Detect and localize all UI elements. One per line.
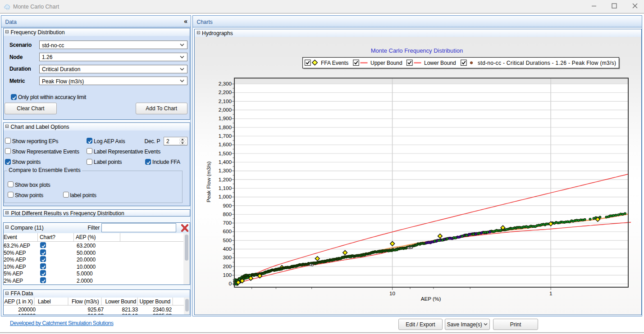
svg-text:1,900: 1,900 bbox=[219, 115, 232, 121]
svg-text:200: 200 bbox=[223, 263, 232, 269]
svg-text:1,100: 1,100 bbox=[219, 185, 232, 191]
svg-text:Upper Bound: Upper Bound bbox=[370, 60, 402, 66]
svg-text:500: 500 bbox=[223, 237, 232, 243]
svg-text:0: 0 bbox=[228, 280, 232, 286]
svg-text:2,000: 2,000 bbox=[219, 107, 232, 113]
svg-text:Lower Bound: Lower Bound bbox=[424, 60, 456, 66]
svg-text:1,400: 1,400 bbox=[219, 159, 232, 165]
svg-text:600: 600 bbox=[223, 228, 232, 234]
svg-text:400: 400 bbox=[223, 246, 232, 252]
svg-text:1,000: 1,000 bbox=[219, 194, 232, 199]
svg-text:10: 10 bbox=[389, 290, 396, 296]
svg-text:1: 1 bbox=[549, 290, 553, 296]
svg-text:2,100: 2,100 bbox=[219, 98, 232, 104]
svg-text:1,300: 1,300 bbox=[219, 167, 232, 173]
svg-text:Peak Flow (m3/s): Peak Flow (m3/s) bbox=[206, 161, 211, 202]
svg-text:Monte Carlo Frequency Distribu: Monte Carlo Frequency Distribution bbox=[371, 47, 463, 54]
svg-text:100: 100 bbox=[223, 272, 232, 278]
svg-text:700: 700 bbox=[223, 220, 232, 226]
svg-text:300: 300 bbox=[223, 254, 232, 260]
svg-text:1,800: 1,800 bbox=[219, 124, 232, 130]
svg-text:900: 900 bbox=[223, 203, 232, 208]
svg-text:1,200: 1,200 bbox=[219, 176, 232, 182]
svg-text:800: 800 bbox=[223, 211, 232, 217]
svg-text:AEP (%): AEP (%) bbox=[421, 296, 441, 302]
svg-text:2,300: 2,300 bbox=[219, 81, 232, 86]
svg-text:1,700: 1,700 bbox=[219, 133, 232, 139]
svg-text:FFA Events: FFA Events bbox=[321, 60, 348, 66]
svg-text:1,600: 1,600 bbox=[219, 141, 232, 147]
svg-text:1,500: 1,500 bbox=[219, 150, 232, 156]
svg-text:std-no-cc - Critical Durations: std-no-cc - Critical Durations - 1.26 - … bbox=[478, 60, 616, 66]
svg-text:2,200: 2,200 bbox=[219, 89, 232, 95]
